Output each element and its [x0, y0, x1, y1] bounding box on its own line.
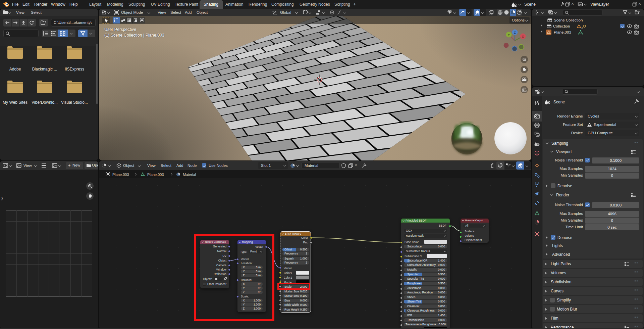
svg-text:Z: Z	[514, 31, 516, 34]
svg-text:X: X	[522, 35, 524, 38]
svg-text:Y: Y	[508, 33, 510, 37]
svg-text:3: 3	[581, 26, 583, 29]
